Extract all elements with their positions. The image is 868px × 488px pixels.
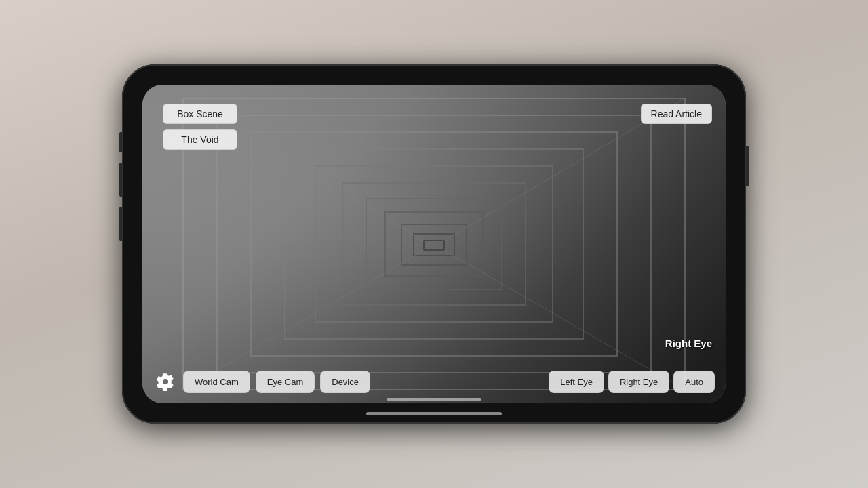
svg-rect-7 <box>385 212 483 276</box>
phone-screen: Box Scene The Void Read Article Right Ey… <box>142 85 726 403</box>
the-void-button[interactable]: The Void <box>163 129 237 150</box>
scene-buttons-container: Box Scene The Void <box>163 104 237 150</box>
world-cam-button[interactable]: World Cam <box>183 371 250 393</box>
left-eye-button[interactable]: Left Eye <box>549 371 604 393</box>
right-eye-button[interactable]: Right Eye <box>608 371 669 393</box>
volume-up-button <box>119 163 122 197</box>
power-button <box>746 146 749 186</box>
svg-rect-4 <box>315 166 553 322</box>
svg-rect-1 <box>217 115 651 373</box>
bottom-toolbar: World Cam Eye Cam Device Left Eye Right … <box>142 369 726 394</box>
mute-button <box>119 132 122 152</box>
volume-down-button <box>119 207 122 241</box>
svg-rect-5 <box>342 183 526 305</box>
svg-rect-10 <box>424 241 444 250</box>
box-scene-button[interactable]: Box Scene <box>163 104 237 124</box>
read-article-button[interactable]: Read Article <box>641 104 712 124</box>
toolbar-left: World Cam Eye Cam Device <box>153 369 370 394</box>
phone-device: Box Scene The Void Read Article Right Ey… <box>122 64 746 424</box>
svg-rect-8 <box>401 224 467 265</box>
toolbar-right: Left Eye Right Eye Auto <box>549 371 715 393</box>
eye-cam-button[interactable]: Eye Cam <box>256 371 315 393</box>
svg-rect-3 <box>285 149 583 339</box>
auto-button[interactable]: Auto <box>673 371 715 393</box>
settings-button[interactable] <box>153 369 178 394</box>
right-eye-label: Right Eye <box>665 338 712 349</box>
device-button[interactable]: Device <box>320 371 370 393</box>
gear-icon <box>156 372 175 391</box>
screen-home-bar <box>387 398 481 401</box>
